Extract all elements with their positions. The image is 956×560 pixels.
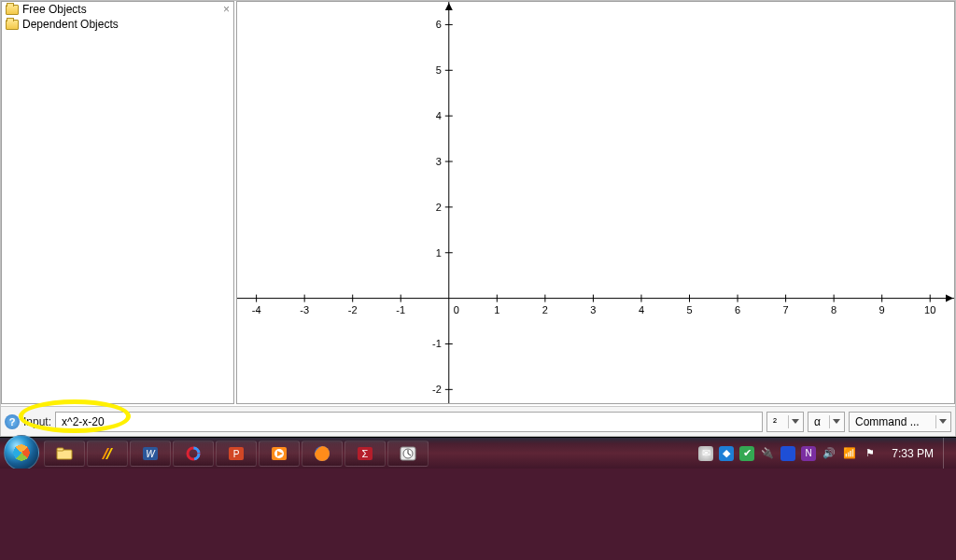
help-icon[interactable]: ? bbox=[5, 414, 20, 429]
taskbar-app-file-explorer[interactable] bbox=[44, 441, 85, 467]
svg-text:3: 3 bbox=[590, 304, 596, 315]
svg-text:2: 2 bbox=[542, 304, 548, 315]
svg-text:3: 3 bbox=[436, 156, 442, 167]
svg-text:4: 4 bbox=[436, 110, 442, 121]
svg-text:-2: -2 bbox=[432, 384, 442, 395]
svg-text:9: 9 bbox=[879, 304, 885, 315]
svg-text:-4: -4 bbox=[252, 304, 261, 315]
svg-text:8: 8 bbox=[831, 304, 836, 315]
algebra-panel[interactable]: × Free Objects Dependent Objects bbox=[1, 1, 234, 404]
windows-taskbar[interactable]: W P Σ ✉ ◆ ✔ 🔌 N 🔊 📶 ⚑ 7:33 PM bbox=[0, 437, 956, 469]
chevron-down-icon bbox=[829, 415, 842, 428]
svg-text:1: 1 bbox=[436, 247, 442, 259]
close-icon[interactable]: × bbox=[223, 4, 230, 15]
axes-svg: -4-3-2-112345678910-2-11234560 bbox=[237, 2, 954, 403]
desktop-background bbox=[0, 469, 956, 560]
svg-text:2: 2 bbox=[436, 202, 442, 213]
tray-power-icon[interactable]: 🔌 bbox=[760, 446, 775, 461]
taskbar-app-generic[interactable] bbox=[173, 441, 214, 467]
tray-update-icon[interactable]: ✔ bbox=[739, 446, 754, 461]
svg-text:1: 1 bbox=[494, 304, 499, 315]
taskbar-app-winamp[interactable] bbox=[87, 441, 128, 467]
svg-text:-2: -2 bbox=[348, 304, 358, 315]
tree-item-dependent[interactable]: Dependent Objects bbox=[2, 17, 233, 32]
tray-onenote-icon[interactable]: N bbox=[801, 446, 816, 461]
input-field[interactable] bbox=[55, 412, 763, 432]
show-desktop-button[interactable] bbox=[943, 438, 952, 469]
svg-text:4: 4 bbox=[639, 304, 644, 315]
tree-label: Free Objects bbox=[22, 3, 87, 16]
svg-text:7: 7 bbox=[783, 304, 789, 315]
input-label: Input: bbox=[23, 415, 51, 428]
taskbar-app-powerpoint[interactable]: P bbox=[216, 441, 257, 467]
svg-text:-1: -1 bbox=[396, 304, 405, 315]
svg-text:-1: -1 bbox=[432, 338, 442, 349]
svg-text:Σ: Σ bbox=[362, 448, 369, 459]
start-button[interactable] bbox=[4, 435, 39, 470]
graphics-view[interactable]: -4-3-2-112345678910-2-11234560 bbox=[236, 1, 955, 404]
svg-text:W: W bbox=[146, 449, 156, 459]
dropdown-label: α bbox=[814, 415, 821, 428]
svg-text:-3: -3 bbox=[300, 304, 309, 315]
geogebra-window: × Free Objects Dependent Objects -4-3-2-… bbox=[0, 0, 956, 437]
folder-icon bbox=[6, 5, 19, 15]
taskbar-clock[interactable]: 7:33 PM bbox=[883, 447, 939, 460]
tray-security-icon[interactable]: ◆ bbox=[719, 446, 734, 461]
svg-text:6: 6 bbox=[735, 304, 740, 315]
svg-text:P: P bbox=[233, 449, 240, 459]
tray-volume-icon[interactable]: 🔊 bbox=[822, 446, 836, 461]
dropdown-power[interactable]: ² bbox=[766, 412, 804, 432]
tray-messages-icon[interactable]: ✉ bbox=[698, 446, 713, 461]
svg-text:10: 10 bbox=[924, 304, 935, 315]
svg-text:6: 6 bbox=[436, 19, 442, 30]
dropdown-greek[interactable]: α bbox=[808, 412, 845, 432]
tray-network-icon[interactable] bbox=[780, 446, 795, 461]
system-tray[interactable]: ✉ ◆ ✔ 🔌 N 🔊 📶 ⚑ bbox=[693, 446, 883, 461]
svg-text:0: 0 bbox=[454, 304, 459, 315]
input-bar: ? Input: ² α Command ... bbox=[1, 406, 955, 436]
taskbar-app-word[interactable]: W bbox=[130, 441, 171, 467]
taskbar-app-firefox[interactable] bbox=[302, 441, 343, 467]
taskbar-app-media-player[interactable] bbox=[259, 441, 300, 467]
chevron-down-icon bbox=[935, 415, 949, 428]
folder-icon bbox=[6, 20, 19, 30]
tree-label: Dependent Objects bbox=[22, 18, 119, 31]
svg-text:5: 5 bbox=[686, 304, 692, 315]
taskbar-app-clock[interactable] bbox=[387, 441, 429, 467]
tray-wifi-icon[interactable]: 📶 bbox=[842, 446, 857, 461]
svg-rect-48 bbox=[57, 448, 63, 451]
svg-text:5: 5 bbox=[436, 64, 442, 76]
tree-item-free[interactable]: Free Objects bbox=[2, 2, 233, 17]
tray-flag-icon[interactable]: ⚑ bbox=[863, 446, 878, 461]
dropdown-label: Command ... bbox=[855, 415, 920, 428]
dropdown-command[interactable]: Command ... bbox=[849, 412, 951, 432]
taskbar-app-sigma[interactable]: Σ bbox=[344, 441, 386, 467]
dropdown-label: ² bbox=[773, 415, 777, 428]
chevron-down-icon bbox=[788, 415, 801, 428]
